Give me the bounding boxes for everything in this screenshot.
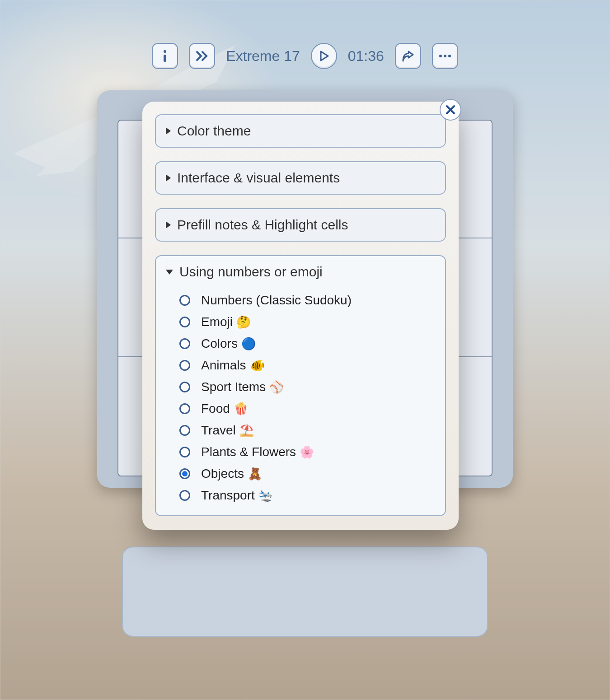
chevron-right-icon	[166, 174, 171, 182]
section-title: Color theme	[177, 123, 251, 139]
option-label: Travel⛱️	[201, 423, 254, 438]
forward-button[interactable]	[189, 43, 215, 69]
option-text: Numbers (Classic Sudoku)	[201, 293, 352, 308]
option-emoji-icon: 🧸	[248, 467, 262, 481]
section-color-theme[interactable]: Color theme	[155, 114, 446, 148]
emoji-option[interactable]: Numbers (Classic Sudoku)	[179, 289, 435, 311]
option-text: Transport	[201, 488, 255, 503]
section-title: Using numbers or emoji	[179, 264, 323, 280]
play-button[interactable]	[311, 43, 337, 69]
radio-indicator[interactable]	[179, 490, 190, 501]
option-label: Sport Items⚾	[201, 380, 284, 394]
emoji-option[interactable]: Objects🧸	[179, 463, 435, 485]
timer-label: 01:36	[348, 48, 384, 65]
chevron-down-icon	[166, 270, 173, 275]
option-label: Emoji🤔	[201, 315, 251, 329]
share-button[interactable]	[395, 43, 421, 69]
option-emoji-icon: ⛱️	[239, 424, 254, 438]
input-panel	[122, 546, 488, 637]
emoji-option[interactable]: Colors🔵	[179, 333, 435, 355]
radio-indicator[interactable]	[179, 338, 190, 349]
radio-indicator[interactable]	[179, 403, 190, 414]
settings-modal: Color theme Interface & visual elements …	[142, 102, 459, 530]
emoji-option[interactable]: Emoji🤔	[179, 311, 435, 333]
option-text: Sport Items	[201, 380, 266, 394]
share-icon	[401, 50, 415, 62]
option-text: Colors	[201, 336, 238, 351]
radio-indicator[interactable]	[179, 317, 190, 327]
chevron-right-icon	[166, 221, 171, 229]
emoji-option[interactable]: Travel⛱️	[179, 420, 435, 441]
radio-indicator[interactable]	[179, 382, 190, 392]
emoji-option[interactable]: Sport Items⚾	[179, 376, 435, 398]
option-label: Numbers (Classic Sudoku)	[201, 293, 352, 308]
option-emoji-icon: 🐠	[250, 359, 264, 373]
radio-indicator[interactable]	[179, 425, 190, 436]
option-emoji-icon: 🍿	[234, 402, 248, 416]
option-text: Plants & Flowers	[201, 445, 296, 459]
close-icon	[446, 105, 455, 115]
radio-indicator[interactable]	[179, 468, 190, 479]
option-emoji-icon: 🔵	[241, 337, 256, 351]
chevron-right-icon	[166, 127, 171, 135]
emoji-option[interactable]: Animals🐠	[179, 355, 435, 376]
option-label: Transport🛬	[201, 488, 273, 503]
section-numbers-emoji: Using numbers or emoji Numbers (Classic …	[155, 255, 446, 516]
option-label: Colors🔵	[201, 336, 256, 351]
section-interface-visual[interactable]: Interface & visual elements	[155, 161, 446, 195]
option-text: Food	[201, 401, 230, 416]
option-emoji-icon: 🤔	[236, 315, 251, 329]
option-text: Animals	[201, 358, 246, 373]
play-icon	[319, 51, 329, 61]
emoji-option[interactable]: Transport🛬	[179, 485, 435, 506]
radio-indicator[interactable]	[179, 295, 190, 306]
option-emoji-icon: ⚾	[269, 380, 284, 394]
emoji-option[interactable]: Plants & Flowers🌸	[179, 441, 435, 463]
option-label: Food🍿	[201, 401, 248, 416]
svg-point-4	[448, 55, 451, 57]
option-text: Objects	[201, 467, 244, 481]
svg-rect-1	[164, 55, 166, 62]
option-label: Animals🐠	[201, 358, 264, 373]
option-emoji-icon: 🛬	[258, 489, 273, 503]
double-chevron-right-icon	[196, 51, 208, 61]
svg-point-0	[164, 50, 166, 53]
option-text: Emoji	[201, 315, 233, 329]
radio-indicator[interactable]	[179, 360, 190, 371]
section-title: Interface & visual elements	[177, 170, 340, 186]
info-button[interactable]	[152, 43, 178, 69]
emoji-option[interactable]: Food🍿	[179, 398, 435, 420]
emoji-option-list: Numbers (Classic Sudoku)Emoji🤔Colors🔵Ani…	[156, 288, 445, 515]
info-icon	[160, 49, 170, 63]
option-label: Objects🧸	[201, 467, 262, 481]
svg-point-3	[444, 55, 446, 57]
option-emoji-icon: 🌸	[300, 445, 314, 459]
option-label: Plants & Flowers🌸	[201, 445, 314, 459]
section-header-numbers-emoji[interactable]: Using numbers or emoji	[156, 256, 445, 288]
difficulty-label: Extreme 17	[226, 48, 300, 65]
svg-point-2	[439, 55, 442, 57]
ellipsis-icon	[439, 54, 451, 58]
radio-indicator[interactable]	[179, 447, 190, 457]
more-button[interactable]	[432, 43, 458, 69]
section-prefill-highlight[interactable]: Prefill notes & Highlight cells	[155, 208, 446, 242]
option-text: Travel	[201, 423, 236, 438]
top-toolbar: Extreme 17 01:36	[0, 43, 610, 69]
close-button[interactable]	[440, 99, 461, 121]
section-title: Prefill notes & Highlight cells	[177, 217, 348, 233]
